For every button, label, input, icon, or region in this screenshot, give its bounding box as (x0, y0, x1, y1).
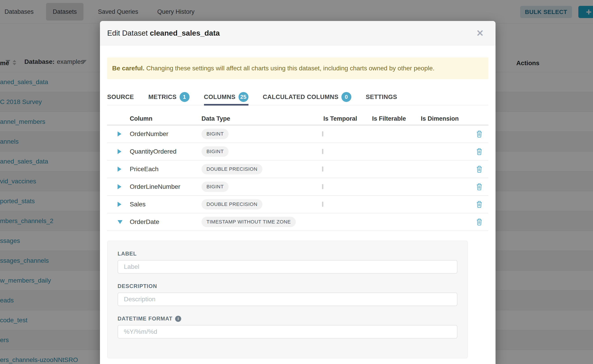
is-temporal-checkbox[interactable] (322, 202, 323, 207)
tab-columns[interactable]: COLUMNS25 (204, 89, 248, 105)
description-field-label: DESCRIPTION (118, 283, 457, 289)
is-temporal-header: Is Temporal (319, 115, 368, 122)
data-type-pill: DOUBLE PRECISION (202, 199, 263, 209)
is-filterable-header: Is Filterable (368, 115, 416, 122)
tab-metrics[interactable]: METRICS1 (148, 89, 190, 105)
expand-caret-icon[interactable] (118, 149, 121, 154)
modal-title: Edit Dataset cleaned_sales_data (107, 29, 220, 38)
column-row: OrderNumber BIGINT (107, 125, 488, 143)
trash-icon (476, 183, 483, 191)
data-type-pill: DOUBLE PRECISION (202, 164, 263, 174)
delete-column-button[interactable] (476, 218, 483, 226)
is-temporal-checkbox[interactable] (322, 166, 323, 172)
is-temporal-checkbox[interactable] (322, 184, 323, 189)
expand-caret-icon[interactable] (118, 131, 121, 136)
trash-icon (476, 218, 483, 226)
column-name: OrderLineNumber (127, 183, 202, 190)
edit-dataset-modal: Edit Dataset cleaned_sales_data ✕ Be car… (100, 21, 495, 364)
label-field-label: LABEL (118, 251, 457, 257)
description-input[interactable] (118, 292, 457, 306)
columns-table-header: Column Data Type Is Temporal Is Filterab… (107, 113, 488, 125)
column-row: QuantityOrdered BIGINT (107, 143, 488, 161)
trash-icon (476, 148, 483, 155)
tab-source[interactable]: SOURCE (107, 89, 134, 105)
column-header: Column (127, 115, 202, 122)
is-dimension-header: Is Dimension (416, 115, 470, 122)
column-row: PriceEach DOUBLE PRECISION (107, 161, 488, 178)
column-row-expanded: OrderDate TIMESTAMP WITHOUT TIME ZONE (107, 213, 488, 231)
delete-column-button[interactable] (476, 165, 483, 173)
metrics-count-badge: 1 (180, 92, 190, 102)
data-type-pill: BIGINT (202, 146, 229, 157)
column-row: Sales DOUBLE PRECISION (107, 196, 488, 213)
tab-calculated-columns[interactable]: CALCULATED COLUMNS0 (263, 89, 351, 105)
delete-column-button[interactable] (476, 148, 483, 155)
datetime-format-input[interactable] (118, 325, 457, 338)
datetime-format-field-label: DATETIME FORMAT i (118, 316, 457, 322)
data-type-header: Data Type (202, 115, 319, 122)
columns-count-badge: 25 (238, 92, 248, 102)
is-temporal-checkbox[interactable] (322, 131, 323, 136)
close-icon[interactable]: ✕ (476, 29, 484, 38)
expand-caret-icon[interactable] (118, 167, 121, 172)
data-type-pill: BIGINT (202, 129, 229, 139)
expand-caret-icon[interactable] (118, 184, 121, 189)
delete-column-button[interactable] (476, 183, 483, 191)
collapse-caret-icon[interactable] (118, 220, 123, 224)
calculated-columns-count-badge: 0 (341, 92, 351, 102)
column-detail-panel: LABEL DESCRIPTION DATETIME FORMAT i (107, 241, 468, 358)
warning-banner: Be careful. Changing these settings will… (107, 58, 488, 79)
modal-body: Be careful. Changing these settings will… (100, 58, 495, 358)
delete-column-button[interactable] (476, 201, 483, 208)
trash-icon (476, 165, 483, 173)
trash-icon (476, 201, 483, 208)
modal-header: Edit Dataset cleaned_sales_data ✕ (100, 21, 495, 45)
trash-icon (476, 130, 483, 138)
column-name: OrderNumber (127, 130, 202, 137)
column-name: Sales (127, 201, 202, 208)
expand-caret-icon[interactable] (118, 202, 121, 207)
data-type-pill: TIMESTAMP WITHOUT TIME ZONE (202, 217, 296, 227)
column-name: PriceEach (127, 166, 202, 173)
column-name: QuantityOrdered (127, 148, 202, 155)
columns-table: Column Data Type Is Temporal Is Filterab… (107, 113, 488, 231)
warning-bold: Be careful. (112, 65, 145, 72)
column-row: OrderLineNumber BIGINT (107, 178, 488, 196)
warning-text: Changing these settings will affect all … (146, 65, 434, 72)
column-name: OrderDate (127, 218, 202, 226)
info-icon[interactable]: i (175, 316, 181, 322)
label-input[interactable] (118, 260, 457, 273)
tab-settings[interactable]: SETTINGS (366, 89, 397, 105)
is-temporal-checkbox[interactable] (322, 149, 323, 154)
dataset-name: cleaned_sales_data (150, 29, 220, 37)
delete-column-button[interactable] (476, 130, 483, 138)
modal-tabs: SOURCE METRICS1 COLUMNS25 CALCULATED COL… (107, 89, 488, 105)
data-type-pill: BIGINT (202, 182, 229, 192)
